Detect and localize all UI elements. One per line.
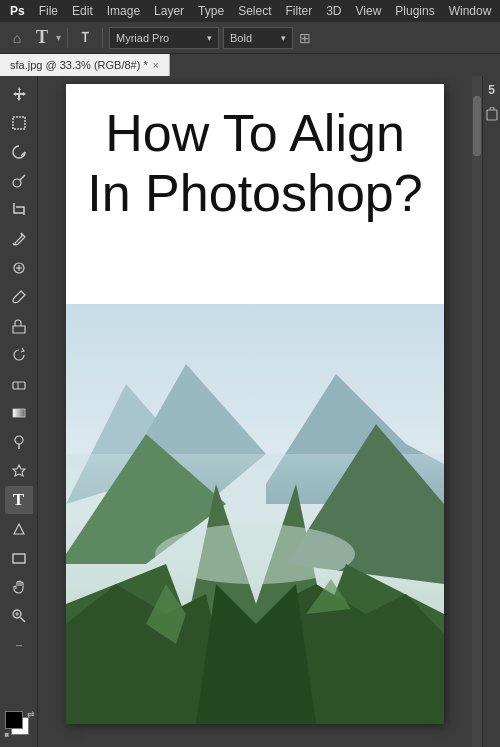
panel-icon-2[interactable]: [485, 104, 499, 124]
scrollbar-thumb[interactable]: [473, 96, 481, 156]
svg-rect-0: [13, 117, 25, 129]
right-panel: 5: [482, 76, 500, 747]
quick-select-tool[interactable]: [5, 167, 33, 195]
eraser-tool[interactable]: [5, 370, 33, 398]
marquee-tool[interactable]: [5, 109, 33, 137]
canvas: How To Align In Photoshop?: [66, 84, 444, 724]
more-tools[interactable]: ···: [5, 631, 33, 659]
svg-rect-33: [487, 110, 497, 120]
svg-line-3: [20, 175, 25, 180]
move-tool[interactable]: [5, 80, 33, 108]
brush-tool[interactable]: [5, 283, 33, 311]
menu-3d[interactable]: 3D: [320, 2, 347, 20]
menu-select[interactable]: Select: [232, 2, 277, 20]
svg-rect-7: [13, 382, 25, 389]
lasso-tool[interactable]: [5, 138, 33, 166]
svg-point-25: [155, 524, 355, 584]
options-bar: ⌂ T ▾ Ｔ Myriad Pro ▾ Bold ▾ ⊞: [0, 22, 500, 54]
text-tool-chevron[interactable]: ▾: [56, 32, 61, 43]
home-icon[interactable]: ⌂: [6, 27, 28, 49]
default-colors-icon[interactable]: ■: [5, 730, 10, 739]
menu-file[interactable]: File: [33, 2, 64, 20]
document-tab[interactable]: sfa.jpg @ 33.3% (RGB/8#) * ×: [0, 54, 170, 76]
svg-line-14: [20, 618, 25, 623]
toolbar: T ··· ⇄ ■: [0, 76, 38, 747]
menu-layer[interactable]: Layer: [148, 2, 190, 20]
vertical-scrollbar[interactable]: [472, 76, 482, 747]
menu-plugins[interactable]: Plugins: [389, 2, 440, 20]
pen-tool[interactable]: [5, 457, 33, 485]
menu-image[interactable]: Image: [101, 2, 146, 20]
hand-tool[interactable]: [5, 573, 33, 601]
tab-label: sfa.jpg @ 33.3% (RGB/8#) *: [10, 59, 148, 71]
separator-2: [102, 28, 103, 48]
rectangle-tool[interactable]: [5, 544, 33, 572]
zoom-tool[interactable]: [5, 602, 33, 630]
font-dropdown-chevron: ▾: [207, 33, 212, 43]
color-swatches[interactable]: ⇄ ■: [5, 711, 33, 739]
separator-1: [67, 28, 68, 48]
svg-point-2: [13, 179, 21, 187]
svg-point-10: [15, 436, 23, 444]
foreground-color-swatch[interactable]: [5, 711, 23, 729]
font-style-selector[interactable]: Bold ▾: [223, 27, 293, 49]
font-options-icon[interactable]: ⊞: [297, 30, 313, 46]
clone-stamp-tool[interactable]: [5, 312, 33, 340]
menu-edit[interactable]: Edit: [66, 2, 99, 20]
gradient-tool[interactable]: [5, 399, 33, 427]
panel-icon-1[interactable]: 5: [485, 80, 499, 100]
svg-rect-12: [13, 554, 25, 563]
tab-bar: sfa.jpg @ 33.3% (RGB/8#) * ×: [0, 54, 500, 76]
type-tool[interactable]: T: [5, 486, 33, 514]
font-family-selector[interactable]: Myriad Pro ▾: [109, 27, 219, 49]
crop-tool[interactable]: [5, 196, 33, 224]
menu-ps[interactable]: Ps: [4, 2, 31, 20]
workspace: T ··· ⇄ ■: [0, 76, 500, 747]
swap-colors-icon[interactable]: ⇄: [27, 709, 35, 719]
text-orientation-icon: Ｔ: [74, 29, 96, 47]
menu-filter[interactable]: Filter: [279, 2, 318, 20]
text-tool-indicator: T: [32, 27, 52, 48]
eyedropper-tool[interactable]: [5, 225, 33, 253]
menu-view[interactable]: View: [350, 2, 388, 20]
canvas-wrapper: How To Align In Photoshop?: [38, 76, 482, 747]
menu-type[interactable]: Type: [192, 2, 230, 20]
canvas-text-layer: How To Align In Photoshop?: [66, 84, 444, 244]
menu-bar: Ps File Edit Image Layer Type Select Fil…: [0, 0, 500, 22]
path-select-tool[interactable]: [5, 515, 33, 543]
svg-rect-9: [13, 409, 25, 417]
font-family-label: Myriad Pro: [116, 32, 169, 44]
tab-close-button[interactable]: ×: [153, 60, 159, 71]
menu-window[interactable]: Window: [443, 2, 498, 20]
healing-tool[interactable]: [5, 254, 33, 282]
canvas-image: [66, 304, 444, 724]
canvas-area: How To Align In Photoshop?: [38, 76, 472, 747]
font-style-label: Bold: [230, 32, 252, 44]
font-style-chevron: ▾: [281, 33, 286, 43]
canvas-heading: How To Align In Photoshop?: [86, 104, 424, 224]
history-brush-tool[interactable]: [5, 341, 33, 369]
dodge-tool[interactable]: [5, 428, 33, 456]
